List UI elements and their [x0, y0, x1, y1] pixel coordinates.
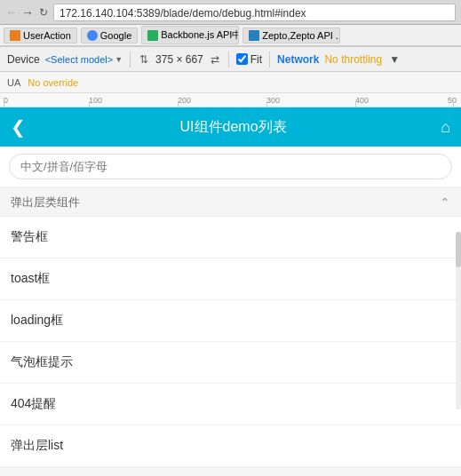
- ruler-mark-50: 50: [448, 96, 457, 105]
- app-header: ❮ UI组件demo列表 ⌂: [0, 107, 461, 147]
- rotate-icon[interactable]: ⇅: [138, 52, 150, 67]
- list-item-loading[interactable]: loading框: [0, 300, 461, 342]
- rotate-section: ⇅ 375 × 667 ⇄: [138, 52, 221, 67]
- tab-label-zepto: Zepto,Zepto API ...: [262, 30, 340, 41]
- header-title: UI组件demo列表: [26, 118, 441, 137]
- section-title-popup: 弹出层类组件: [11, 194, 80, 210]
- ua-label: UA: [7, 77, 20, 88]
- ruler-tick-400: [355, 101, 356, 107]
- divider-1: [130, 52, 131, 67]
- throttle-label[interactable]: No throttling: [324, 53, 382, 66]
- ruler-tick-100: [89, 101, 90, 107]
- ruler-mark-400: 400: [355, 96, 369, 105]
- ruler-tick-0: [4, 101, 4, 107]
- home-button[interactable]: ⌂: [441, 118, 450, 137]
- zepto-icon: [249, 30, 259, 41]
- fit-label: Fit: [250, 53, 262, 66]
- bookmark-tab-google[interactable]: Google: [81, 28, 138, 44]
- forward-arrow[interactable]: →: [21, 5, 34, 20]
- bookmark-tab-zepto[interactable]: Zepto,Zepto API ...: [242, 28, 340, 44]
- resolution-label: 375 × 667: [155, 53, 203, 66]
- google-icon: [87, 30, 98, 41]
- fit-checkbox[interactable]: Fit: [236, 53, 262, 66]
- ruler: 0 100 200 300 400 50: [0, 93, 461, 107]
- network-dropdown-arrow[interactable]: ▼: [387, 52, 401, 67]
- model-select-arrow: ▼: [115, 55, 123, 64]
- device-label: Device: [7, 53, 40, 66]
- swap-icon[interactable]: ⇄: [209, 52, 221, 67]
- network-section: Network No throttling ▼: [277, 52, 401, 67]
- browser-chrome: ← → ↻ 172.16.140.104:5389/blade/demo/deb…: [0, 0, 461, 46]
- model-select-label: <Select model>: [45, 54, 113, 65]
- list-item-popup-list[interactable]: 弹出层list: [0, 425, 461, 467]
- search-bar: [0, 147, 461, 186]
- nav-arrows: ← →: [5, 5, 34, 20]
- tab-label-backbone: Backbone.js API中...: [161, 28, 239, 42]
- ruler-mark-200: 200: [178, 96, 191, 105]
- list-item-toast[interactable]: toast框: [0, 258, 461, 300]
- bookmark-tab-useraction[interactable]: UserAction: [4, 28, 77, 44]
- ruler-mark-300: 300: [266, 96, 280, 105]
- network-label: Network: [277, 53, 319, 66]
- section-arrow-popup[interactable]: ⌃: [440, 195, 450, 210]
- scrollbar-track[interactable]: [456, 232, 461, 409]
- divider-3: [269, 52, 270, 67]
- bookmark-tab-backbone[interactable]: Backbone.js API中...: [141, 26, 239, 44]
- fit-checkbox-input[interactable]: [236, 53, 248, 65]
- backbone-icon: [147, 30, 158, 41]
- device-section: Device <Select model> ▼: [7, 53, 123, 66]
- devtools-toolbar2: UA No override: [0, 72, 461, 93]
- app-wrapper: ❮ UI组件demo列表 ⌂ 弹出层类组件 ⌃ 警告框 toast框 loadi…: [0, 107, 461, 476]
- browser-nav: ← → ↻ 172.16.140.104:5389/blade/demo/deb…: [0, 0, 461, 25]
- ruler-tick-200: [178, 101, 179, 107]
- list-item-bubble[interactable]: 气泡框提示: [0, 342, 461, 384]
- back-arrow[interactable]: ←: [5, 5, 18, 20]
- divider-2: [228, 52, 229, 67]
- override-label[interactable]: No override: [28, 77, 78, 88]
- devtools-toolbar: Device <Select model> ▼ ⇅ 375 × 667 ⇄ Fi…: [0, 47, 461, 72]
- devtools-panel: Device <Select model> ▼ ⇅ 375 × 667 ⇄ Fi…: [0, 46, 461, 93]
- model-select[interactable]: <Select model> ▼: [45, 54, 123, 65]
- mobile-app: ❮ UI组件demo列表 ⌂ 弹出层类组件 ⌃ 警告框 toast框 loadi…: [0, 107, 461, 476]
- useraction-icon: [10, 30, 20, 41]
- section-header-common: 常用组件 ⌃: [0, 467, 461, 476]
- address-bar[interactable]: 172.16.140.104:5389/blade/demo/debug.htm…: [53, 4, 456, 21]
- back-button[interactable]: ❮: [11, 116, 26, 138]
- ruler-mark-100: 100: [89, 96, 102, 105]
- list-item-alert[interactable]: 警告框: [0, 217, 461, 258]
- search-input[interactable]: [9, 154, 452, 179]
- tab-label-google: Google: [100, 30, 131, 41]
- tab-label-useraction: UserAction: [23, 30, 71, 41]
- scrollbar-thumb[interactable]: [456, 232, 461, 267]
- ruler-tick-300: [266, 101, 267, 107]
- ruler-tick-50: [453, 101, 454, 107]
- list-item-404[interactable]: 404提醒: [0, 384, 461, 425]
- bookmarks-bar: UserAction Google Backbone.js API中... Ze…: [0, 25, 461, 46]
- section-header-popup: 弹出层类组件 ⌃: [0, 186, 461, 217]
- refresh-icon[interactable]: ↻: [39, 6, 48, 19]
